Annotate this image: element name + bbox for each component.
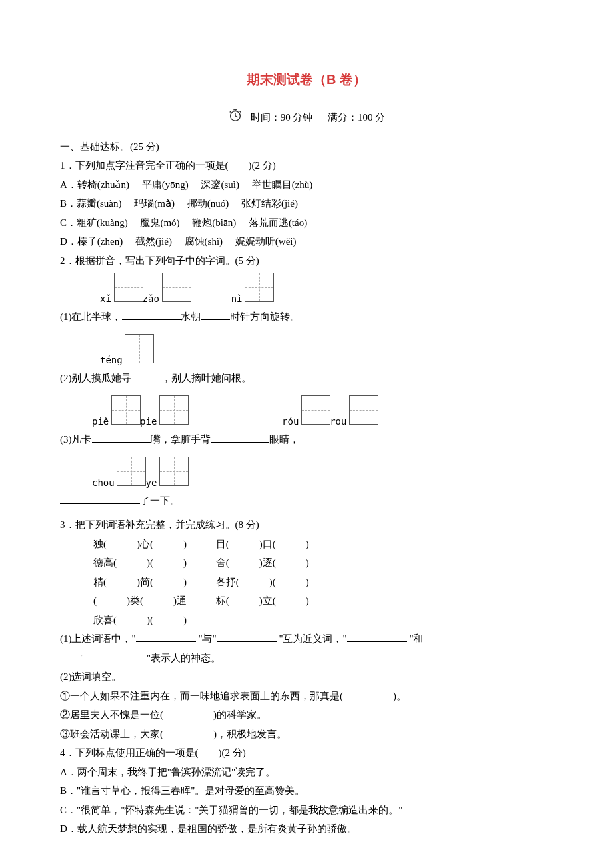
page-content: 期末测试卷（B 卷） 时间：90 分钟 满分：100 分 一、基础达标。(25 … — [0, 0, 613, 868]
q2-2-sentence: (2)别人摸瓜她寻 ，别人摘叶她问根。 — [60, 369, 553, 393]
pinyin-label: zǎo — [143, 293, 159, 304]
pinyin-label: téng — [100, 355, 123, 365]
text: "互为近义词，" — [279, 633, 346, 644]
q4-choice-d: D．载人航天梦想的实现，是祖国的骄傲，是所有炎黄子孙的骄傲。 — [60, 819, 553, 839]
pinyin-label: pie — [140, 416, 157, 427]
time-label: 时间：90 分钟 — [251, 112, 313, 123]
q3-sub2-2: ②居里夫人不愧是一位( )的科学家。 — [60, 705, 553, 725]
q1-stem: 1．下列加点字注音完全正确的一项是( )(2 分) — [60, 156, 553, 175]
idiom-row: 独( )心( ) 目( )口( ) — [60, 535, 553, 554]
idiom: 独( )心( ) — [93, 535, 213, 554]
score-label: 满分：100 分 — [328, 112, 385, 123]
idiom: 精( )简( ) — [93, 573, 213, 592]
pinyin-label: nì — [231, 293, 243, 304]
tianzi-grid[interactable] — [162, 273, 191, 302]
pinyin-label: yē — [145, 477, 157, 488]
q4-choice-b: B．"谁言寸草心，报得三春晖"。是对母爱的至高赞美。 — [60, 781, 553, 801]
idiom: 德高( )( ) — [93, 553, 213, 573]
text: 水朝 — [181, 307, 201, 332]
tianzi-grid[interactable] — [125, 334, 154, 363]
pinyin-label: chōu — [92, 477, 115, 488]
text: (3)凡卡 — [60, 430, 92, 455]
q4-choice-c: C．"很简单，"怀特森先生说："关于猫猬兽的一切，都是我故意编造出来的。" — [60, 801, 553, 820]
q1-choice-b: B．蒜瓣(suàn) 玛瑙(mǎ) 挪动(nuó) 张灯结彩(jié) — [60, 194, 553, 213]
tianzi-grid[interactable] — [114, 273, 143, 302]
q2-1-pinyin: xǐ zǎo nì — [60, 273, 553, 309]
text: "和 — [409, 633, 423, 644]
text: (2)别人摸瓜她寻 — [60, 369, 132, 393]
text: (1)上述词语中，" — [60, 633, 136, 644]
idiom-row: 欣喜( )( ) — [60, 611, 553, 630]
text: ，别人摘叶她问根。 — [161, 369, 251, 393]
q2-3-sentence-b: 了一下。 — [60, 491, 553, 516]
q4-stem: 4．下列标点使用正确的一项是( )(2 分) — [60, 743, 553, 763]
idiom: 各抒( )( ) — [216, 573, 336, 592]
q3-sub1-cont: " "表示人的神态。 — [60, 649, 553, 668]
tianzi-grid[interactable] — [111, 395, 141, 425]
q2-1-sentence: (1)在北半球， 水朝 时针方向旋转。 — [60, 307, 553, 332]
pinyin-label: xǐ — [100, 293, 111, 304]
idiom: 舍( )逐( ) — [216, 553, 336, 573]
q1-choice-d: D．榛子(zhēn) 截然(jié) 腐蚀(shì) 娓娓动听(wěi) — [60, 232, 553, 251]
q2-3-pinyin-a: piě pie róu rou — [60, 395, 553, 431]
text: (1)在北半球， — [60, 307, 122, 332]
q3-sub2: (2)选词填空。 — [60, 667, 553, 687]
tianzi-grid[interactable] — [349, 395, 378, 425]
q2-3-pinyin-b: chōu yē — [60, 457, 553, 493]
tianzi-grid[interactable] — [159, 457, 189, 486]
q2-stem: 2．根据拼音，写出下列句子中的字词。(5 分) — [60, 251, 553, 271]
idiom-row: 精( )简( ) 各抒( )( ) — [60, 573, 553, 592]
q1-choice-c: C．粗犷(kuàng) 魔鬼(mó) 鞭炮(biān) 落荒而逃(táo) — [60, 213, 553, 233]
pinyin-label: róu — [282, 416, 299, 427]
idiom-row: 德高( )( ) 舍( )逐( ) — [60, 553, 553, 573]
tianzi-grid[interactable] — [159, 395, 189, 425]
clock-icon — [228, 108, 243, 129]
q4-choice-a: A．两个周末，我终于把"鲁滨孙漂流记"读完了。 — [60, 763, 553, 782]
idiom: 欣喜( )( ) — [93, 611, 213, 630]
text: 眼睛， — [269, 430, 299, 455]
idiom: 目( )口( ) — [216, 535, 336, 554]
exam-title: 期末测试卷（B 卷） — [60, 67, 553, 92]
pinyin-label: piě — [92, 416, 109, 427]
q3-sub2-3: ③班会活动课上，大家( )，积极地发言。 — [60, 725, 553, 744]
q3-sub1: (1)上述词语中，" "与" "互为近义词，" "和 — [60, 629, 553, 649]
q1-choice-a: A．转椅(zhuǎn) 平庸(yōng) 深邃(suì) 举世瞩目(zhù) — [60, 175, 553, 195]
idiom-row: ( )类( )通 标( )立( ) — [60, 591, 553, 611]
tianzi-grid[interactable] — [301, 395, 330, 425]
pinyin-label: rou — [330, 416, 346, 427]
q3-stem: 3．把下列词语补充完整，并完成练习。(8 分) — [60, 515, 553, 535]
text: "与" — [198, 633, 216, 644]
q3-sub2-1: ①一个人如果不注重内在，而一味地追求表面上的东西，那真是( )。 — [60, 687, 553, 706]
exam-meta: 时间：90 分钟 满分：100 分 — [60, 108, 553, 129]
idiom: 标( )立( ) — [216, 591, 336, 611]
text: 时针方向旋转。 — [230, 307, 300, 332]
tianzi-grid[interactable] — [117, 457, 146, 486]
q2-2-pinyin: téng — [60, 334, 553, 370]
tianzi-grid[interactable] — [245, 273, 274, 302]
section-1-heading: 一、基础达标。(25 分) — [60, 137, 553, 157]
text: "表示人的神态。 — [147, 653, 221, 663]
idiom: ( )类( )通 — [93, 591, 213, 611]
text: 嘴，拿脏手背 — [151, 430, 211, 455]
text: 了一下。 — [140, 491, 180, 516]
q2-3-sentence-a: (3)凡卡 嘴，拿脏手背 眼睛， — [60, 430, 553, 455]
